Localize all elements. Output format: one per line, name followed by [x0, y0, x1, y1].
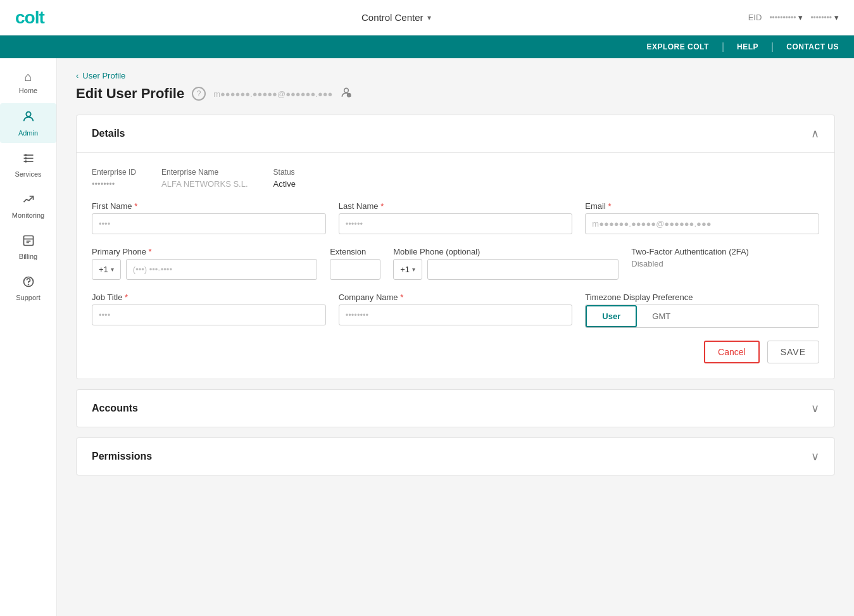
company-name-label: Company Name * — [339, 292, 573, 302]
save-button[interactable]: SAVE — [767, 341, 819, 363]
mobile-phone-caret: ▾ — [412, 266, 415, 273]
admin-icon — [22, 110, 35, 127]
enterprise-name-label: Enterprise Name — [161, 168, 248, 177]
details-section-header[interactable]: Details ∧ — [77, 115, 834, 153]
accounts-section: Accounts ∨ — [76, 389, 835, 427]
mobile-phone-input-group: +1 ▾ — [393, 259, 619, 280]
status-value: Active — [273, 179, 296, 189]
back-arrow: ‹ — [76, 71, 78, 80]
user-chevron: ▾ — [834, 13, 839, 22]
last-name-required: * — [380, 201, 384, 211]
mobile-phone-input[interactable] — [427, 259, 619, 280]
home-icon: ⌂ — [24, 70, 32, 84]
explore-colt-link[interactable]: EXPLORE COLT — [646, 42, 708, 51]
services-icon — [22, 152, 35, 168]
eid-chevron: ▾ — [798, 13, 803, 22]
breadcrumb-label: User Profile — [82, 71, 125, 80]
primary-phone-input-group: +1 ▾ — [92, 259, 317, 280]
status-display: Status Active — [273, 168, 296, 189]
eid-dropdown[interactable]: •••••••••• ▾ — [769, 13, 803, 22]
last-name-input[interactable] — [339, 213, 573, 234]
job-title-input[interactable] — [92, 305, 326, 325]
top-nav: colt Control Center ▾ EID •••••••••• ▾ •… — [0, 0, 854, 35]
separator-1: | — [722, 41, 724, 53]
permissions-section-header[interactable]: Permissions ∨ — [77, 438, 834, 475]
accounts-section-title: Accounts — [92, 403, 138, 414]
company-name-input[interactable] — [339, 305, 573, 325]
primary-phone-code[interactable]: +1 ▾ — [92, 259, 121, 280]
job-title-group: Job Title * — [92, 292, 326, 328]
timezone-toggle: User GMT — [585, 305, 819, 328]
svg-point-13 — [344, 88, 349, 92]
timezone-gmt-button[interactable]: GMT — [637, 305, 686, 327]
eid-label: EID — [748, 13, 762, 22]
mobile-phone-label: Mobile Phone (optional) — [393, 247, 619, 256]
sidebar-item-services[interactable]: Services — [0, 146, 56, 184]
permissions-collapse-icon: ∨ — [811, 449, 819, 463]
enterprise-id-label: Enterprise ID — [92, 168, 136, 177]
details-collapse-icon: ∧ — [811, 127, 819, 141]
timezone-user-button[interactable]: User — [586, 305, 637, 327]
two-factor-label: Two-Factor Authentication (2FA) — [631, 247, 819, 256]
job-company-row: Job Title * Company Name * Timezone — [92, 292, 819, 328]
extension-group: Extension — [330, 247, 380, 280]
user-value: •••••••• — [810, 13, 832, 22]
sidebar-item-billing[interactable]: Billing — [0, 228, 56, 267]
primary-phone-label: Primary Phone * — [92, 247, 317, 256]
page-title: Edit User Profile — [76, 85, 184, 102]
extension-input[interactable] — [330, 259, 380, 280]
two-factor-group: Two-Factor Authentication (2FA) Disabled — [631, 247, 819, 280]
accounts-collapse-icon: ∨ — [811, 401, 819, 415]
svg-point-4 — [25, 154, 27, 156]
page-header: Edit User Profile ? m●●●●●●.●●●●●@●●●●●●… — [76, 85, 835, 102]
name-email-row: First Name * Last Name * — [92, 201, 819, 234]
svg-text:✓: ✓ — [348, 93, 351, 97]
user-dropdown[interactable]: •••••••• ▾ — [810, 13, 839, 22]
cancel-button[interactable]: Cancel — [704, 341, 760, 363]
monitoring-icon — [22, 193, 35, 209]
primary-phone-input[interactable] — [126, 259, 317, 280]
help-link[interactable]: HELP — [737, 42, 758, 51]
first-name-input[interactable] — [92, 213, 326, 234]
mobile-phone-code[interactable]: +1 ▾ — [393, 259, 422, 280]
job-title-label: Job Title * — [92, 292, 326, 302]
primary-phone-group: Primary Phone * +1 ▾ — [92, 247, 317, 280]
accounts-section-header[interactable]: Accounts ∨ — [77, 390, 834, 427]
enterprise-name-value: ALFA NETWORKS S.L. — [161, 179, 248, 189]
layout: ⌂ Home Admin Services — [0, 58, 854, 616]
permissions-section-title: Permissions — [92, 451, 152, 462]
control-center-nav[interactable]: Control Center ▾ — [361, 12, 431, 23]
enterprise-info-grid: Enterprise ID •••••••• Enterprise Name A… — [92, 168, 819, 189]
sidebar: ⌂ Home Admin Services — [0, 58, 57, 616]
control-center-chevron: ▾ — [427, 13, 431, 22]
company-name-group: Company Name * — [339, 292, 573, 328]
help-icon[interactable]: ? — [192, 87, 206, 101]
permissions-section: Permissions ∨ — [76, 437, 835, 475]
sidebar-item-support[interactable]: Support — [0, 269, 56, 308]
last-name-label: Last Name * — [339, 201, 573, 211]
details-section-body: Enterprise ID •••••••• Enterprise Name A… — [77, 153, 834, 379]
enterprise-name-display: Enterprise Name ALFA NETWORKS S.L. — [161, 168, 248, 189]
billing-icon — [22, 234, 35, 250]
contact-us-link[interactable]: CONTACT US — [786, 42, 839, 51]
details-section-title: Details — [92, 128, 125, 139]
sidebar-item-home[interactable]: ⌂ Home — [0, 63, 56, 101]
sidebar-item-admin[interactable]: Admin — [0, 103, 56, 143]
separator-2: | — [771, 41, 774, 53]
teal-bar: EXPLORE COLT | HELP | CONTACT US — [0, 35, 854, 58]
nav-right: EID •••••••••• ▾ •••••••• ▾ — [748, 13, 839, 22]
email-input[interactable] — [585, 213, 819, 234]
control-center-label: Control Center — [361, 12, 424, 23]
mobile-phone-group: Mobile Phone (optional) +1 ▾ — [393, 247, 619, 280]
email-required: * — [608, 201, 611, 211]
breadcrumb[interactable]: ‹ User Profile — [76, 71, 835, 80]
user-email-display: m●●●●●●.●●●●●@●●●●●●.●●● — [213, 89, 332, 99]
sidebar-item-monitoring[interactable]: Monitoring — [0, 187, 56, 225]
form-actions: Cancel SAVE — [92, 341, 819, 363]
last-name-group: Last Name * — [339, 201, 573, 234]
logo: colt — [15, 8, 44, 28]
two-factor-value: Disabled — [631, 259, 819, 268]
user-avatar-icon[interactable]: ✓ — [340, 86, 353, 102]
extension-label: Extension — [330, 247, 380, 256]
details-section: Details ∧ Enterprise ID •••••••• Enterpr… — [76, 115, 835, 379]
